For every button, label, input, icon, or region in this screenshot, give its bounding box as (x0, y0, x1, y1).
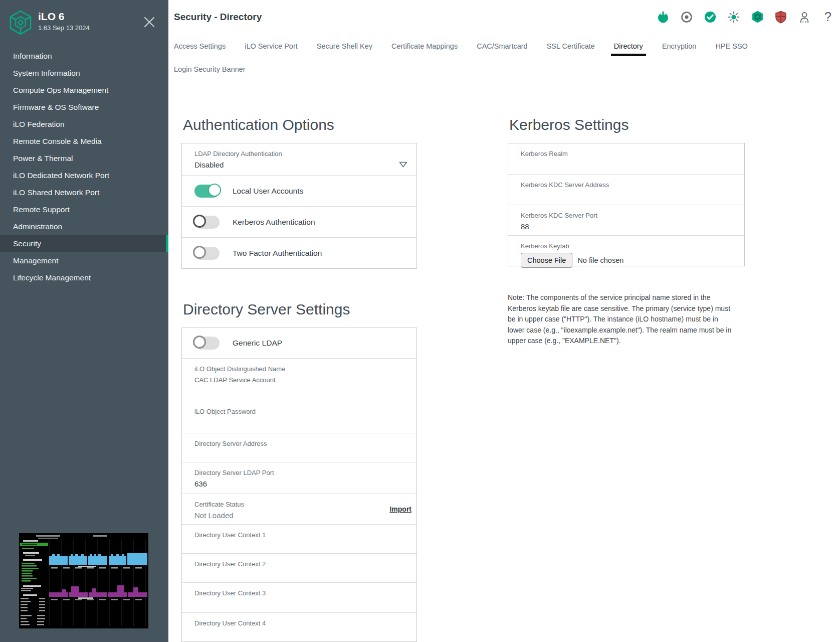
ldap-directory-authentication-field[interactable]: LDAP Directory Authentication Disabled (182, 143, 416, 175)
field-row-ilo-object-password[interactable]: iLO Object Password (182, 401, 416, 433)
field-row-directory-user-context-1[interactable]: Directory User Context 1 (182, 524, 416, 553)
remote-console-thumbnail[interactable] (19, 533, 148, 628)
sidebar-item-remote-support[interactable]: Remote Support (0, 201, 168, 218)
tab-row-1: Access SettingsiLO Service PortSecure Sh… (168, 34, 840, 59)
import-link[interactable]: Import (389, 505, 411, 513)
sidebar-item-compute-ops-management[interactable]: Compute Ops Management (0, 82, 168, 99)
authentication-options-title: Authentication Options (183, 115, 417, 135)
kerberos-keytab-note: Note: The components of the service prin… (508, 292, 734, 347)
tab-cac-smartcard[interactable]: CAC/Smartcard (477, 42, 528, 50)
field-label: Kerberos Keytab (521, 236, 732, 250)
sidebar-item-lifecycle-management[interactable]: Lifecycle Management (0, 269, 168, 286)
field-row-kerberos-realm[interactable]: Kerberos Realm (508, 143, 744, 174)
column-right: Kerberos Settings Kerberos RealmKerberos… (508, 80, 745, 354)
sidebar-item-ilo-shared-network-port[interactable]: iLO Shared Network Port (0, 184, 168, 201)
sidebar-item-ilo-federation[interactable]: iLO Federation (0, 116, 168, 133)
page-title: Security - Directory (174, 12, 262, 23)
tab-certificate-mappings[interactable]: Certificate Mappings (391, 42, 458, 50)
sidebar-item-administration[interactable]: Administration (0, 218, 168, 235)
sidebar-item-remote-console-media[interactable]: Remote Console & Media (0, 133, 168, 150)
field-row-directory-user-context-2[interactable]: Directory User Context 2 (182, 553, 416, 582)
tab-bar: Access SettingsiLO Service PortSecure Sh… (168, 34, 840, 80)
field-value: 88 (521, 220, 732, 232)
field-label: Kerberos KDC Server Port (521, 205, 732, 220)
toggle-label: Two Factor Authentication (233, 249, 322, 258)
sidebar-header: iLO 6 1.63 Sep 13 2024 (0, 0, 168, 46)
tab-login-security-banner[interactable]: Login Security Banner (174, 65, 246, 73)
field-value: Disabled (194, 158, 404, 170)
close-icon[interactable] (143, 16, 156, 29)
tab-hpe-sso[interactable]: HPE SSO (715, 42, 747, 50)
status-icon-bar: ? (656, 10, 835, 24)
field-label: Directory User Context 1 (194, 525, 404, 539)
field-row-kerberos-kdc-server-port[interactable]: Kerberos KDC Server Port88 (508, 205, 744, 235)
sidebar-item-system-information[interactable]: System Information (0, 65, 168, 82)
tab-encryption[interactable]: Encryption (662, 42, 697, 50)
main-area: Security - Directory (168, 0, 840, 642)
field-label: Certificate Status (194, 494, 404, 509)
directory-server-settings-box: Generic LDAPiLO Object Distinguished Nam… (181, 328, 417, 642)
user-icon[interactable] (797, 10, 811, 24)
app-version: 1.63 Sep 13 2024 (38, 24, 90, 32)
field-label: Kerberos Realm (521, 143, 732, 158)
field-row-directory-user-context-4[interactable]: Directory User Context 4 (182, 612, 416, 641)
two-factor-authentication-toggle[interactable] (194, 247, 220, 260)
file-input: Choose FileNo file chosen (521, 253, 732, 268)
choose-file-button[interactable]: Choose File (521, 253, 572, 268)
sidebar-nav: InformationSystem InformationCompute Ops… (0, 48, 168, 286)
sidebar-item-management[interactable]: Management (0, 252, 168, 269)
field-row-ilo-object-distinguished-name[interactable]: iLO Object Distinguished NameCAC LDAP Se… (182, 358, 416, 401)
power-icon[interactable] (656, 10, 670, 24)
tab-secure-shell-key[interactable]: Secure Shell Key (317, 42, 372, 50)
toggle-knob (193, 215, 206, 228)
directory-server-settings-title: Directory Server Settings (183, 299, 417, 319)
tab-row-2: Login Security Banner (168, 59, 840, 80)
chevron-down-icon (399, 160, 407, 170)
ilo-logo-icon (8, 10, 34, 38)
field-label: Directory Server LDAP Port (194, 462, 404, 477)
field-row-directory-server-address[interactable]: Directory Server Address (182, 433, 416, 462)
sidebar-item-power-thermal[interactable]: Power & Thermal (0, 150, 168, 167)
kerberos-settings-title: Kerberos Settings (509, 115, 745, 135)
toggle-label: Generic LDAP (233, 339, 282, 348)
toggle-knob (193, 246, 206, 259)
local-user-accounts-toggle[interactable] (194, 185, 220, 198)
tab-directory[interactable]: Directory (614, 42, 643, 50)
kerberos-settings-box: Kerberos RealmKerberos KDC Server Addres… (508, 143, 745, 266)
field-label: Directory User Context 4 (194, 613, 404, 627)
field-value: 636 (194, 477, 404, 489)
authentication-options-box: LDAP Directory Authentication Disabled L… (181, 143, 417, 269)
tab-ssl-certificate[interactable]: SSL Certificate (547, 42, 595, 50)
field-row-directory-server-ldap-port[interactable]: Directory Server LDAP Port636 (182, 462, 416, 494)
generic-ldap-toggle[interactable] (194, 337, 220, 350)
led-icon[interactable] (727, 10, 741, 24)
column-left: Authentication Options LDAP Directory Au… (181, 80, 417, 642)
field-label: Directory Server Address (194, 433, 404, 448)
field-row-directory-user-context-3[interactable]: Directory User Context 3 (182, 582, 416, 612)
toggle-label: Kerberos Authentication (233, 218, 315, 227)
toggle-row-local-user-accounts: Local User Accounts (182, 175, 416, 206)
toggle-knob (193, 336, 206, 349)
sidebar-item-security[interactable]: Security (0, 235, 168, 252)
security-shield-icon[interactable] (774, 10, 788, 24)
sidebar-item-ilo-dedicated-network-port[interactable]: iLO Dedicated Network Port (0, 167, 168, 184)
health-ok-icon[interactable] (703, 10, 717, 24)
tab-access-settings[interactable]: Access Settings (174, 42, 226, 50)
uid-icon[interactable] (680, 10, 694, 24)
tab-ilo-service-port[interactable]: iLO Service Port (245, 42, 298, 50)
field-row-certificate-status: Certificate StatusNot LoadedImport (182, 494, 416, 524)
sidebar: iLO 6 1.63 Sep 13 2024 InformationSystem… (0, 0, 168, 642)
field-label: Directory User Context 2 (194, 554, 404, 568)
ilo-health-icon[interactable] (750, 10, 764, 24)
kerberos-authentication-toggle[interactable] (194, 216, 220, 229)
field-row-kerberos-kdc-server-address[interactable]: Kerberos KDC Server Address (508, 174, 744, 205)
toggle-label: Local User Accounts (233, 187, 303, 196)
sidebar-item-information[interactable]: Information (0, 48, 168, 65)
field-label: Directory User Context 3 (194, 583, 404, 597)
field-label: Kerberos KDC Server Address (521, 175, 732, 189)
help-icon[interactable]: ? (821, 10, 835, 24)
toggle-knob (208, 184, 221, 197)
sidebar-item-firmware-os-software[interactable]: Firmware & OS Software (0, 99, 168, 116)
field-label: iLO Object Password (194, 401, 404, 416)
page-header: Security - Directory (168, 0, 840, 34)
